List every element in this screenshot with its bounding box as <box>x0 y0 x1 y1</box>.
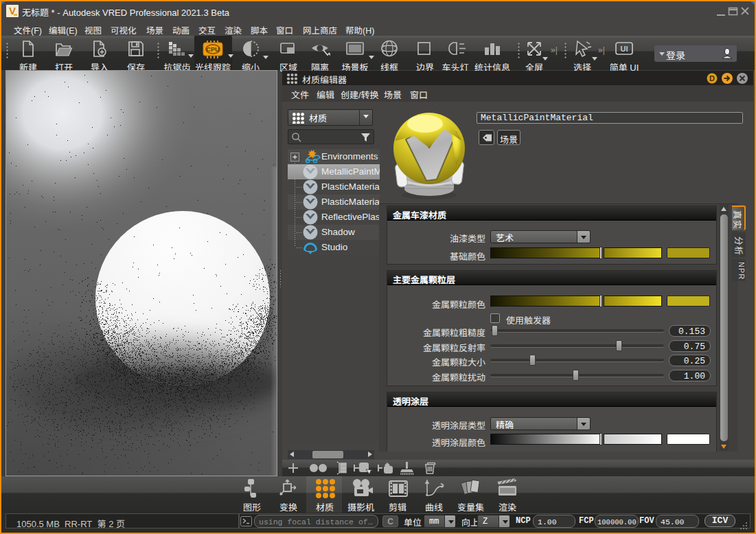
svg-text:CPU: CPU <box>206 46 219 53</box>
svg-text:UI: UI <box>621 45 628 53</box>
svg-text:D: D <box>709 74 715 82</box>
